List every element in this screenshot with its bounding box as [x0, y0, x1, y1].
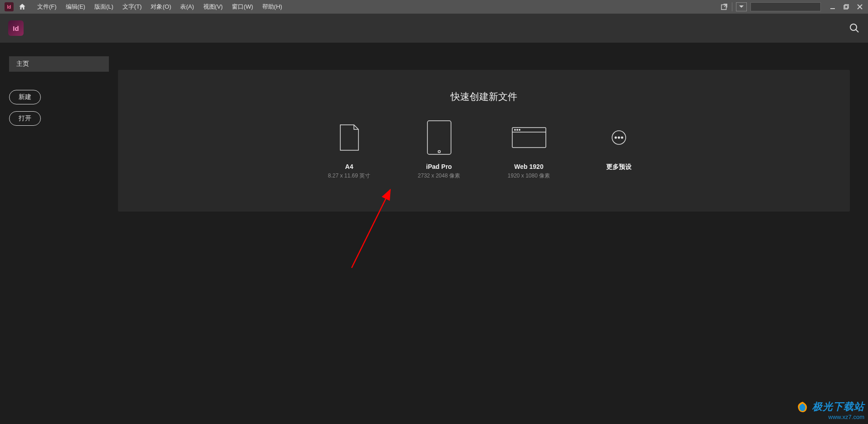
svg-point-17 — [618, 137, 620, 138]
search-icon[interactable] — [849, 23, 860, 34]
open-button[interactable]: 打开 — [9, 111, 41, 126]
header-bar: Id — [0, 14, 868, 43]
svg-point-6 — [850, 24, 857, 30]
svg-point-9 — [438, 151, 440, 153]
indesign-logo-icon: Id — [8, 20, 24, 36]
svg-point-14 — [519, 129, 520, 130]
svg-rect-2 — [844, 5, 848, 9]
preset-dims: 2732 x 2048 像素 — [418, 172, 460, 180]
menu-object[interactable]: 对象(O) — [146, 1, 176, 13]
svg-rect-8 — [427, 121, 451, 154]
document-icon — [339, 119, 359, 156]
main-panel: 快速创建新文件 A4 8.27 x 11.69 英寸 — [118, 43, 868, 424]
menu-search-input[interactable] — [750, 2, 821, 11]
menu-view[interactable]: 视图(V) — [199, 1, 227, 13]
svg-point-16 — [615, 137, 617, 138]
preset-more[interactable]: 更多预设 — [592, 119, 646, 180]
menu-file[interactable]: 文件(F) — [33, 1, 61, 13]
watermark-title: 极光下载站 — [796, 400, 864, 414]
new-button[interactable]: 新建 — [9, 90, 41, 104]
content-area: 主页 新建 打开 快速创建新文件 A4 8.27 x 11.69 英寸 — [0, 43, 868, 424]
svg-point-13 — [516, 129, 517, 130]
svg-rect-3 — [845, 5, 848, 8]
preset-label: A4 — [345, 163, 353, 170]
menu-type[interactable]: 文字(T) — [118, 1, 147, 13]
sidebar: 主页 新建 打开 — [0, 43, 118, 424]
quick-create-panel: 快速创建新文件 A4 8.27 x 11.69 英寸 — [118, 70, 850, 212]
preset-label: Web 1920 — [514, 163, 543, 170]
more-icon — [611, 119, 627, 156]
watermark-url: www.xz7.com — [796, 414, 864, 420]
home-icon[interactable] — [18, 3, 26, 11]
watermark: 极光下载站 www.xz7.com — [796, 400, 864, 420]
preset-label: iPad Pro — [426, 163, 452, 170]
close-icon[interactable] — [856, 3, 863, 10]
menu-window[interactable]: 窗口(W) — [227, 1, 258, 13]
maximize-icon[interactable] — [843, 3, 850, 10]
app-badge-icon: Id — [5, 2, 14, 11]
svg-line-7 — [856, 30, 858, 32]
preset-label: 更多预设 — [606, 163, 632, 171]
preset-web-1920[interactable]: Web 1920 1920 x 1080 像素 — [502, 119, 556, 180]
menu-table[interactable]: 表(A) — [176, 1, 198, 13]
menu-layout[interactable]: 版面(L) — [90, 1, 118, 13]
workspace-dropdown[interactable] — [736, 2, 747, 11]
browser-icon — [511, 119, 547, 156]
panel-title: 快速创建新文件 — [136, 90, 832, 103]
tablet-icon — [427, 119, 452, 156]
preset-a4[interactable]: A4 8.27 x 11.69 英寸 — [322, 119, 377, 180]
menu-help[interactable]: 帮助(H) — [258, 1, 287, 13]
svg-point-18 — [621, 137, 623, 138]
separator — [732, 2, 732, 11]
menu-bar: Id 文件(F) 编辑(E) 版面(L) 文字(T) 对象(O) 表(A) 视图… — [0, 0, 868, 14]
preset-dims: 8.27 x 11.69 英寸 — [328, 172, 370, 180]
home-tab[interactable]: 主页 — [9, 56, 109, 72]
preset-dims: 1920 x 1080 像素 — [508, 172, 550, 180]
share-icon[interactable] — [720, 3, 728, 11]
minimize-icon[interactable] — [829, 3, 836, 10]
menu-edit[interactable]: 编辑(E) — [61, 1, 90, 13]
presets-row: A4 8.27 x 11.69 英寸 iPad Pro 2732 x 2048 … — [136, 119, 832, 180]
svg-point-12 — [514, 129, 515, 130]
preset-ipad-pro[interactable]: iPad Pro 2732 x 2048 像素 — [412, 119, 466, 180]
menu-right-group — [720, 2, 863, 11]
window-controls — [829, 3, 863, 10]
